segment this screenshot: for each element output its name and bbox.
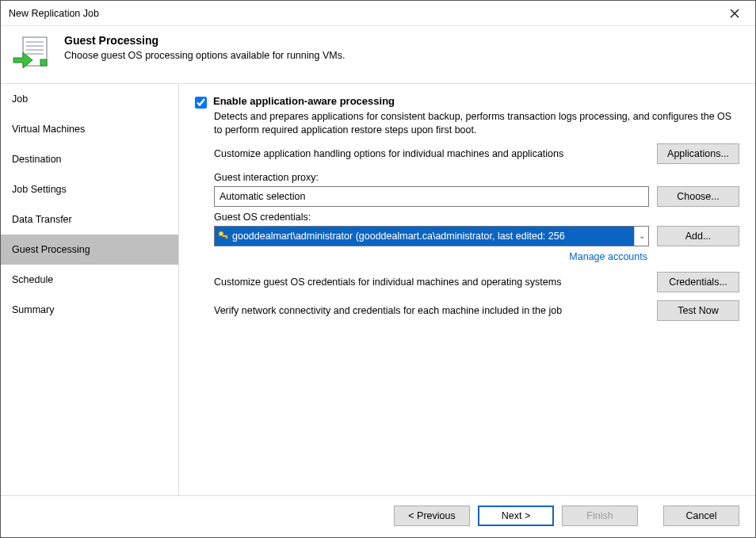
sidebar-item-destination[interactable]: Destination bbox=[1, 144, 178, 174]
sidebar-item-label: Job Settings bbox=[12, 184, 67, 195]
svg-rect-8 bbox=[226, 237, 227, 238]
close-icon bbox=[730, 9, 739, 18]
customize-apps-label: Customize application handling options f… bbox=[214, 148, 649, 159]
applications-button[interactable]: Applications... bbox=[657, 143, 739, 164]
page-subtitle: Choose guest OS processing options avail… bbox=[64, 50, 345, 61]
sidebar-item-schedule[interactable]: Schedule bbox=[1, 265, 178, 295]
credentials-button[interactable]: Credentials... bbox=[657, 272, 739, 292]
key-icon bbox=[218, 231, 229, 242]
proxy-value: Automatic selection bbox=[220, 191, 305, 202]
next-button[interactable]: Next > bbox=[478, 506, 554, 526]
wizard-sidebar: Job Virtual Machines Destination Job Set… bbox=[1, 84, 179, 495]
sidebar-item-data-transfer[interactable]: Data Transfer bbox=[1, 204, 178, 235]
previous-button[interactable]: < Previous bbox=[394, 506, 470, 526]
enable-app-aware-label: Enable application-aware processing bbox=[213, 95, 395, 107]
dialog-window: New Replication Job Guest Processing Cho… bbox=[0, 0, 756, 538]
credentials-value: gooddealmart\administrator (gooddealmart… bbox=[232, 231, 565, 242]
proxy-label: Guest interaction proxy: bbox=[214, 172, 739, 183]
enable-app-aware-checkbox[interactable] bbox=[195, 97, 207, 109]
sidebar-item-guest-processing[interactable]: Guest Processing bbox=[1, 235, 178, 265]
finish-button: Finish bbox=[562, 506, 638, 526]
sidebar-item-label: Schedule bbox=[12, 274, 53, 285]
sidebar-item-label: Summary bbox=[12, 304, 54, 315]
sidebar-item-job-settings[interactable]: Job Settings bbox=[1, 174, 178, 204]
proxy-field[interactable]: Automatic selection bbox=[214, 186, 649, 207]
body: Job Virtual Machines Destination Job Set… bbox=[1, 83, 755, 495]
window-title: New Replication Job bbox=[9, 8, 719, 19]
customize-creds-label: Customize guest OS credentials for indiv… bbox=[214, 277, 649, 288]
close-button[interactable] bbox=[719, 2, 750, 25]
sidebar-item-label: Data Transfer bbox=[12, 214, 72, 225]
credentials-combo[interactable]: gooddealmart\administrator (gooddealmart… bbox=[214, 226, 649, 246]
content-panel: Enable application-aware processing Dete… bbox=[179, 84, 755, 495]
header: Guest Processing Choose guest OS process… bbox=[1, 26, 755, 83]
credentials-label: Guest OS credentials: bbox=[214, 212, 739, 223]
header-text: Guest Processing Choose guest OS process… bbox=[64, 34, 345, 61]
test-now-button[interactable]: Test Now bbox=[657, 300, 739, 321]
credentials-selected: gooddealmart\administrator (gooddealmart… bbox=[215, 227, 634, 246]
sidebar-item-label: Guest Processing bbox=[12, 244, 90, 255]
sidebar-item-job[interactable]: Job bbox=[1, 84, 178, 114]
choose-proxy-button[interactable]: Choose... bbox=[657, 186, 739, 207]
page-title: Guest Processing bbox=[64, 34, 345, 47]
enable-description: Detects and prepares applications for co… bbox=[214, 110, 739, 137]
footer: < Previous Next > Finish Cancel bbox=[1, 495, 755, 537]
chevron-down-icon[interactable]: ⌄ bbox=[634, 227, 648, 246]
sidebar-item-label: Job bbox=[12, 93, 28, 105]
sidebar-item-virtual-machines[interactable]: Virtual Machines bbox=[1, 114, 178, 144]
svg-rect-5 bbox=[40, 59, 47, 66]
sidebar-item-summary[interactable]: Summary bbox=[1, 295, 178, 325]
guest-processing-icon bbox=[12, 34, 50, 72]
sidebar-item-label: Destination bbox=[12, 154, 62, 165]
titlebar: New Replication Job bbox=[1, 1, 755, 26]
svg-rect-7 bbox=[223, 235, 227, 237]
cancel-button[interactable]: Cancel bbox=[663, 506, 739, 526]
add-credentials-button[interactable]: Add... bbox=[657, 226, 739, 246]
manage-accounts-link[interactable]: Manage accounts bbox=[214, 251, 647, 262]
sidebar-item-label: Virtual Machines bbox=[12, 124, 85, 135]
verify-label: Verify network connectivity and credenti… bbox=[214, 305, 649, 316]
